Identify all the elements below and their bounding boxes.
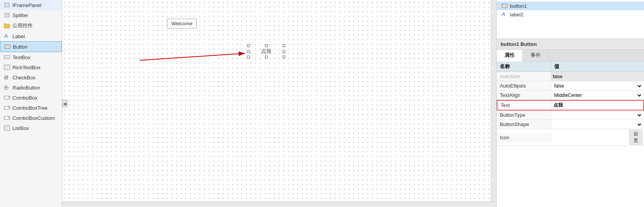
tab-attrs[interactable]: 属性 — [497, 50, 523, 61]
prop-name-autoellipsis: AutoEllipsis — [497, 81, 551, 90]
prop-name-textalign: TextAlign — [497, 91, 551, 100]
prop-name-buttonshape: ButtonShape — [497, 120, 551, 129]
sidebar-item-label-combobox: ComboBox — [12, 95, 37, 101]
prop-row-text: Text — [497, 100, 644, 111]
handle-tl[interactable] — [247, 44, 250, 47]
tab-events[interactable]: 事件 — [523, 50, 549, 61]
arrow-overlay — [62, 0, 496, 207]
button-tree-icon — [501, 3, 508, 9]
sidebar-item-comboboxtree[interactable]: ComboBoxTree — [0, 103, 62, 113]
sidebar-item-label-button: Button — [13, 44, 28, 50]
sidebar-item-combobox[interactable]: ComboBox — [0, 93, 62, 103]
icon-set-button[interactable]: 设置 — [629, 130, 642, 145]
prop-value-textalign[interactable]: MiddleCenterTopLeftTopCenterTopRightMidd… — [551, 91, 644, 99]
sidebar-item-richtextbox[interactable]: RichTextBox — [0, 62, 62, 72]
combobox-icon — [4, 95, 10, 101]
sidebar-item-splitter[interactable]: Splitter — [0, 10, 62, 20]
tree-item-button1[interactable]: button1 — [497, 2, 644, 10]
prop-value-autoellipsis[interactable]: falsetrue — [551, 82, 644, 90]
sidebar: IFramePanelSplitter公用控件ALabelButtonTextB… — [0, 0, 62, 207]
properties-table: 名称 值 AutoSizeAutoEllipsisfalsetrueTextAl… — [497, 61, 644, 207]
prop-row-autosize: AutoSize — [497, 72, 644, 81]
sidebar-item-label-listbox: ListBox — [12, 125, 29, 131]
sidebar-item-listbox[interactable]: ListBox — [0, 123, 62, 133]
sidebar-item-textbox[interactable]: TextBox — [0, 52, 62, 62]
handle-ml[interactable] — [247, 50, 250, 53]
button-icon — [4, 44, 10, 50]
tree-item-label2[interactable]: Alabel2 — [497, 10, 644, 19]
handle-bl[interactable] — [247, 56, 250, 58]
props-header: 名称 值 — [497, 61, 644, 72]
sidebar-item-label-comboboxtree: ComboBoxTree — [12, 105, 48, 111]
sidebar-item-label-label: Label — [12, 33, 25, 39]
label-tree-icon: A — [501, 11, 508, 18]
sidebar-item-radiobutton[interactable]: RadioButton — [0, 82, 62, 93]
welcome-text: Welcome — [171, 21, 192, 26]
sidebar-item-label[interactable]: ALabel — [0, 31, 62, 41]
handle-tr[interactable] — [283, 44, 285, 47]
prop-row-textalign: TextAlignMiddleCenterTopLeftTopCenterTop… — [497, 91, 644, 100]
label-icon: A — [4, 33, 10, 39]
right-panel: button1Alabel2 button1 Button 属性事件 名称 值 … — [496, 0, 644, 207]
sidebar-item-label-gongying: 公用控件 — [12, 22, 33, 29]
richtextbox-icon — [4, 64, 10, 70]
checkbox-icon — [4, 74, 10, 81]
prop-value-autosize[interactable] — [551, 73, 644, 80]
component-header: button1 Button — [497, 39, 644, 50]
buttontype-select[interactable] — [553, 112, 642, 118]
canvas-button-element[interactable]: 点我 — [249, 46, 284, 57]
sidebar-item-label-splitter: Splitter — [12, 12, 28, 18]
textalign-select[interactable]: MiddleCenterTopLeftTopCenterTopRightMidd… — [553, 92, 642, 98]
prop-value-buttontype[interactable] — [551, 111, 644, 119]
prop-value-icon[interactable]: 设置 — [551, 129, 644, 146]
sidebar-item-label-radiobutton: RadioButton — [12, 85, 40, 91]
handle-mr[interactable] — [283, 50, 285, 53]
prop-name-icon: Icon — [497, 133, 551, 142]
props-col-name-header: 名称 — [497, 61, 551, 72]
sidebar-item-label-textbox: TextBox — [12, 54, 30, 60]
radiobutton-icon — [4, 84, 10, 91]
prop-row-icon: Icon设置 — [497, 129, 644, 146]
props-col-value-header: 值 — [551, 61, 644, 72]
listbox-icon — [4, 125, 10, 131]
property-tabs: 属性事件 — [497, 50, 644, 61]
sidebar-item-label-comboboxcustom: ComboBoxCustom — [12, 115, 55, 121]
sidebar-item-gongying[interactable]: 公用控件 — [0, 20, 62, 31]
prop-row-autoellipsis: AutoEllipsisfalsetrue — [497, 81, 644, 91]
text-input[interactable] — [553, 103, 642, 108]
svg-rect-3 — [4, 23, 7, 25]
icon-input[interactable] — [553, 135, 628, 140]
canvas-area: ◀ Welcome 点我 — [62, 0, 496, 207]
svg-text:A: A — [501, 12, 505, 17]
buttonshape-select[interactable] — [553, 121, 642, 128]
splitter-icon — [4, 12, 10, 18]
sidebar-item-button[interactable]: Button — [0, 41, 62, 52]
handle-br[interactable] — [283, 56, 285, 58]
svg-text:A: A — [4, 33, 8, 39]
comboboxtree-icon — [4, 105, 10, 111]
canvas-scrollbar-y[interactable] — [491, 0, 496, 202]
sidebar-item-iframepanel[interactable]: IFramePanel — [0, 0, 62, 10]
prop-value-buttonshape[interactable] — [551, 121, 644, 128]
sidebar-item-checkbox[interactable]: CheckBox — [0, 72, 62, 82]
svg-rect-1 — [5, 13, 9, 17]
sidebar-item-comboboxcustom[interactable]: ComboBoxCustom — [0, 113, 62, 123]
handle-tm[interactable] — [265, 44, 268, 47]
canvas-left-arrow[interactable]: ◀ — [62, 100, 68, 107]
prop-name-autosize: AutoSize — [497, 72, 551, 81]
autoellipsis-select[interactable]: falsetrue — [553, 83, 642, 89]
svg-line-27 — [140, 53, 245, 60]
svg-rect-0 — [5, 3, 9, 7]
autosize-input[interactable] — [553, 74, 642, 79]
welcome-box: Welcome — [167, 19, 197, 28]
prop-value-text[interactable] — [552, 102, 643, 109]
prop-name-text: Text — [497, 101, 552, 110]
sidebar-item-label-iframepanel: IFramePanel — [12, 2, 41, 8]
tree-item-label-label2: label2 — [510, 12, 524, 18]
handle-bm[interactable] — [265, 56, 268, 58]
comboboxcustom-icon — [4, 115, 10, 121]
textbox-icon — [4, 54, 10, 60]
tree-item-label-button1: button1 — [510, 3, 527, 9]
canvas-scrollbar-x[interactable] — [62, 202, 496, 207]
prop-row-buttonshape: ButtonShape — [497, 120, 644, 129]
